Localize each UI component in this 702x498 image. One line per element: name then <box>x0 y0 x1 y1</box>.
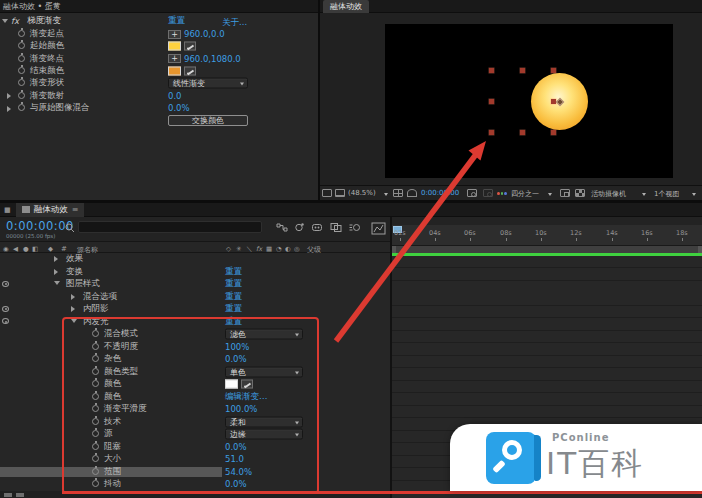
table-row[interactable]: 内发光 重置 <box>0 316 390 329</box>
edit-gradient-link[interactable]: 编辑渐变… <box>225 391 268 403</box>
start-color-swatch[interactable] <box>168 42 181 51</box>
stopwatch-icon[interactable] <box>18 55 25 62</box>
ramp-end-value[interactable]: 960.0,1080.0 <box>184 54 241 64</box>
eye-icon[interactable] <box>2 318 9 324</box>
eye-icon[interactable] <box>2 281 9 287</box>
table-row[interactable]: 混合模式 滤色 <box>0 328 390 341</box>
property-value[interactable]: 51.0 <box>225 454 244 464</box>
stopwatch-icon[interactable] <box>92 443 99 450</box>
lock-column-icon[interactable]: ◧ <box>32 245 38 253</box>
technique-dropdown[interactable]: 柔和 <box>225 416 303 427</box>
stopwatch-icon[interactable] <box>92 405 99 412</box>
work-area-bar[interactable] <box>392 246 702 253</box>
audio-column-icon[interactable]: ◀ <box>13 245 18 253</box>
stopwatch-icon[interactable] <box>92 355 99 362</box>
table-row[interactable]: 图层样式 重置 <box>0 278 390 291</box>
stopwatch-icon[interactable] <box>92 330 99 337</box>
table-row[interactable]: 内阴影 重置 <box>0 303 390 316</box>
3d-view-menu[interactable]: 活动摄像机 <box>591 189 626 199</box>
stopwatch-icon[interactable] <box>92 418 99 425</box>
stopwatch-icon[interactable] <box>18 30 25 37</box>
stopwatch-icon[interactable] <box>92 468 99 475</box>
table-row[interactable]: 杂色 0.0% <box>0 353 390 366</box>
expand-button[interactable] <box>16 493 24 497</box>
reset-link[interactable]: 重置 <box>225 291 242 303</box>
property-value[interactable]: 100% <box>225 342 249 352</box>
label-column-icon[interactable]: ◆ <box>48 245 53 253</box>
stopwatch-icon[interactable] <box>18 92 25 99</box>
viewer-tab[interactable]: 融体动效 <box>323 0 369 13</box>
chevron-down-icon[interactable] <box>642 193 646 196</box>
stopwatch-icon[interactable] <box>92 343 99 350</box>
property-value[interactable]: 0.0% <box>225 442 247 452</box>
composition-canvas[interactable] <box>385 24 673 178</box>
index-column-icon[interactable]: # <box>61 245 67 253</box>
fx-switch-icon[interactable]: fx <box>256 245 262 253</box>
reset-link[interactable]: 重置 <box>225 278 242 290</box>
stopwatch-icon[interactable] <box>92 455 99 462</box>
table-row[interactable]: 效果 <box>0 253 390 266</box>
twirl-down-icon[interactable] <box>71 319 77 323</box>
viewer-timecode[interactable]: 0:00:00:00 <box>421 189 459 197</box>
table-row[interactable]: 渐变平滑度 100.0% <box>0 403 390 416</box>
draft-3d-icon[interactable] <box>293 222 306 234</box>
ramp-shape-dropdown[interactable]: 线性渐变 <box>168 78 248 89</box>
eyedropper-icon[interactable] <box>184 42 196 51</box>
property-value[interactable]: 100.0% <box>225 404 257 414</box>
stopwatch-icon[interactable] <box>92 430 99 437</box>
table-row[interactable]: 抖动 0.0% <box>0 478 390 491</box>
twirl-down-icon[interactable] <box>2 19 8 23</box>
table-row[interactable]: 颜色类型 单色 <box>0 366 390 379</box>
twirl-down-icon[interactable] <box>54 281 60 285</box>
collapse-switch-icon[interactable]: ✳ <box>236 245 241 253</box>
time-ruler[interactable]: 02s 04s 06s 08s 10s 12s 14s 16s 18s <box>392 225 702 246</box>
table-row[interactable]: 不透明度 100% <box>0 341 390 354</box>
table-row[interactable]: 大小 51.0 <box>0 453 390 466</box>
eyedropper-icon[interactable] <box>241 380 253 389</box>
effect-header-row[interactable]: fx 梯度渐变 重置 关于... <box>0 14 318 28</box>
frame-blend-icon[interactable] <box>330 222 343 234</box>
selection-handle[interactable] <box>520 68 525 73</box>
twirl-right-icon[interactable] <box>71 294 75 300</box>
ramp-scatter-value[interactable]: 0.0 <box>168 91 182 101</box>
frame-blend-switch-icon[interactable]: ▦ <box>266 245 272 253</box>
table-row[interactable]: 颜色 <box>0 378 390 391</box>
property-value[interactable]: 0.0% <box>225 354 247 364</box>
show-snapshot-icon[interactable] <box>483 189 493 197</box>
ramp-start-value[interactable]: 960.0,0.0 <box>184 29 225 39</box>
table-row[interactable]: 源 边缘 <box>0 428 390 441</box>
table-row[interactable]: 技术 柔和 <box>0 416 390 429</box>
chevron-down-icon[interactable] <box>692 193 696 196</box>
twirl-right-icon[interactable] <box>7 106 11 112</box>
graph-editor-icon[interactable] <box>371 222 384 234</box>
expand-button[interactable] <box>4 493 12 497</box>
stopwatch-icon[interactable] <box>92 480 99 487</box>
stopwatch-icon[interactable] <box>92 393 99 400</box>
selection-handle[interactable] <box>551 68 556 73</box>
property-value[interactable]: 0.0% <box>225 479 247 489</box>
table-row selected-row[interactable]: 范围 54.0% <box>0 466 390 479</box>
reset-link[interactable]: 重置 <box>225 303 242 315</box>
glow-color-swatch[interactable] <box>225 380 238 389</box>
shy-layers-icon[interactable] <box>311 222 324 234</box>
table-row[interactable]: 混合选项 重置 <box>0 291 390 304</box>
table-row[interactable]: 阻塞 0.0% <box>0 441 390 454</box>
shy-switch-icon[interactable]: ◇ <box>226 245 231 253</box>
search-input[interactable] <box>78 221 262 233</box>
twirl-right-icon[interactable] <box>54 256 58 262</box>
eyedropper-icon[interactable] <box>184 67 196 76</box>
channels-icon[interactable] <box>497 189 507 197</box>
panel-dot-icon[interactable]: ■ <box>4 206 11 214</box>
eye-column-icon[interactable]: ◉ <box>3 245 9 253</box>
selection-handle[interactable] <box>489 130 494 135</box>
magnification-menu[interactable]: (48.5%) <box>348 189 376 197</box>
search-icon[interactable] <box>64 222 77 234</box>
monitor-icon[interactable] <box>335 189 345 197</box>
panel-menu-icon[interactable]: ≡ <box>72 205 79 214</box>
blend-mode-dropdown[interactable]: 滤色 <box>225 329 303 340</box>
effect-reset-link[interactable]: 重置 <box>168 15 185 27</box>
adjustment-switch-icon[interactable]: ◐ <box>285 245 291 253</box>
twirl-right-icon[interactable] <box>54 269 58 275</box>
3d-switch-icon[interactable]: ◎ <box>294 245 300 253</box>
mask-visibility-icon[interactable] <box>407 189 417 197</box>
